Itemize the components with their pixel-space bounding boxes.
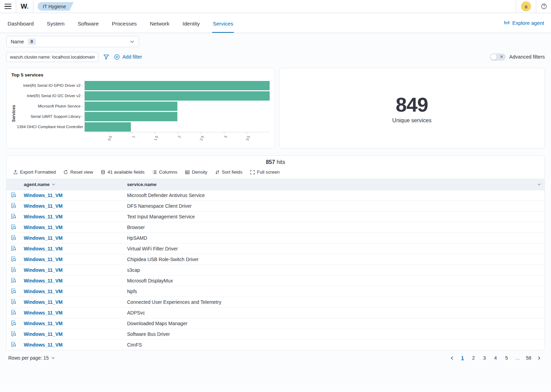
inspect-document-button[interactable] (11, 267, 17, 272)
agent-name-link[interactable]: Windows_11_VM (24, 278, 63, 283)
svg-text:?: ? (543, 4, 545, 8)
inspect-document-button[interactable] (11, 331, 17, 337)
advanced-filters-label: Advanced filters (509, 54, 545, 60)
sort-fields-button[interactable]: Sort fields (212, 168, 246, 176)
inspect-document-button[interactable] (11, 203, 17, 208)
wazuh-logo[interactable]: W. (16, 0, 33, 13)
chart-bar[interactable] (85, 122, 131, 132)
inspect-document-button[interactable] (11, 288, 17, 294)
tab-network[interactable]: Network (149, 21, 170, 33)
chart-y-axis-label: Services (11, 87, 16, 139)
previous-page-button[interactable] (448, 356, 456, 360)
advanced-filters-toggle[interactable] (490, 53, 506, 61)
chart-bar-track (84, 91, 270, 101)
table-toolbar: Export Formatted Reset view 41 available… (7, 167, 544, 179)
service-name-value: Microsoft DisplayMux (127, 278, 173, 283)
full-screen-button[interactable]: Full screen (247, 168, 283, 176)
tab-system[interactable]: System (46, 21, 65, 33)
inspect-document-icon (11, 299, 17, 305)
chart-x-tick-label: 0.5 (107, 135, 113, 141)
inspect-document-icon (11, 288, 17, 294)
tab-identity[interactable]: Identity (182, 21, 200, 33)
inspect-document-button[interactable] (11, 277, 17, 283)
inspect-document-icon (11, 192, 17, 198)
tab-software[interactable]: Software (77, 21, 100, 33)
inspect-document-button[interactable] (11, 341, 17, 347)
page-button[interactable]: 2 (469, 354, 478, 361)
inspect-document-button[interactable] (11, 192, 17, 198)
agent-name-link[interactable]: Windows_11_VM (24, 246, 63, 251)
inspect-document-button[interactable] (11, 299, 17, 305)
active-filter-pill[interactable]: wazuh.cluster.name: localhost.localdomai… (6, 52, 98, 62)
chart-x-tick-label: 2.5 (199, 135, 205, 141)
agent-name-link[interactable]: Windows_11_VM (24, 214, 63, 219)
inspect-document-icon (11, 331, 17, 337)
chart-bar[interactable] (85, 81, 270, 90)
service-name-value: Virtual WiFi Filter Driver (127, 246, 178, 251)
add-filter-label: Add filter (122, 54, 142, 60)
reset-view-button[interactable]: Reset view (60, 168, 96, 176)
agent-name-link[interactable]: Windows_11_VM (24, 289, 63, 294)
unique-services-panel: 849 Unique services (279, 68, 545, 148)
agent-name-link[interactable]: Windows_11_VM (24, 331, 63, 337)
inspect-document-button[interactable] (11, 224, 17, 230)
chart-bar[interactable] (85, 91, 270, 101)
filter-options-button[interactable] (103, 54, 109, 60)
results-table: agent.name service.name (7, 179, 544, 350)
chart-x-tick-label: 1 (131, 135, 135, 138)
rows-per-page-selector[interactable]: Rows per page: 15 (8, 355, 55, 361)
export-formatted-button[interactable]: Export Formatted (10, 168, 59, 176)
menu-button[interactable] (0, 0, 16, 13)
tab-services[interactable]: Services (212, 21, 234, 33)
density-button[interactable]: Density (182, 168, 210, 176)
page-button[interactable]: 3 (480, 354, 489, 361)
chart-x-tick-label: 2 (177, 135, 181, 138)
add-filter-button[interactable]: Add filter (114, 54, 142, 60)
next-page-button[interactable] (536, 356, 543, 360)
agent-name-link[interactable]: Windows_11_VM (24, 257, 63, 262)
page-button[interactable]: 4 (491, 354, 500, 361)
top-navbar: W. IT Hygiene a ? (0, 0, 551, 13)
page-button[interactable]: 1 (458, 354, 467, 361)
page-button[interactable]: 58 (524, 354, 533, 361)
page-button[interactable]: 5 (502, 354, 511, 361)
header-agent-name[interactable]: agent.name (20, 179, 124, 190)
breadcrumb[interactable]: IT Hygiene (38, 2, 73, 11)
agent-name-link[interactable]: Windows_11_VM (24, 267, 63, 273)
chart-bar[interactable] (85, 112, 177, 121)
avatar[interactable]: a (521, 1, 531, 11)
inspect-document-button[interactable] (11, 309, 17, 315)
inspect-document-button[interactable] (11, 213, 17, 219)
rows-per-page-label: Rows per page: 15 (8, 355, 49, 361)
inspect-document-button[interactable] (11, 235, 17, 240)
columns-button[interactable]: Columns (149, 168, 180, 176)
inspect-document-button[interactable] (11, 245, 17, 251)
toggle-off-icon (500, 54, 503, 59)
agent-name-link[interactable]: Windows_11_VM (24, 321, 63, 326)
available-fields-button[interactable]: 41 available fields (97, 168, 147, 176)
inspect-document-button[interactable] (11, 320, 17, 326)
tab-processes[interactable]: Processes (111, 21, 137, 33)
agent-name-link[interactable]: Windows_11_VM (24, 299, 63, 305)
agent-name-link[interactable]: Windows_11_VM (24, 310, 63, 316)
table-row: Windows_11_VM Downloaded Maps Manager (7, 318, 544, 329)
agent-name-link[interactable]: Windows_11_VM (24, 203, 63, 209)
chart-bar[interactable] (85, 102, 177, 111)
agent-name-link[interactable]: Windows_11_VM (24, 193, 63, 198)
agent-name-link[interactable]: Windows_11_VM (24, 342, 63, 348)
chart-title: Top 5 services (11, 72, 270, 78)
inspect-document-button[interactable] (11, 256, 17, 262)
table-header-row: agent.name service.name (7, 179, 544, 190)
explore-agent-label: Explore agent (512, 20, 544, 26)
agent-name-link[interactable]: Windows_11_VM (24, 225, 63, 230)
agent-name-link[interactable]: Windows_11_VM (24, 235, 63, 241)
inspect-document-icon (11, 203, 17, 208)
chart-rows: Intel(R) Serial IO GPIO Driver v2Intel(R… (17, 80, 270, 132)
list-icon (152, 170, 157, 175)
help-button[interactable]: ? (536, 3, 551, 9)
logo-text: W. (21, 2, 29, 10)
name-filter-select[interactable]: Name 0 (6, 36, 139, 47)
explore-agent-button[interactable]: Explore agent (504, 20, 544, 26)
header-service-name[interactable]: service.name (124, 179, 544, 190)
tab-dashboard[interactable]: Dashboard (7, 21, 34, 33)
